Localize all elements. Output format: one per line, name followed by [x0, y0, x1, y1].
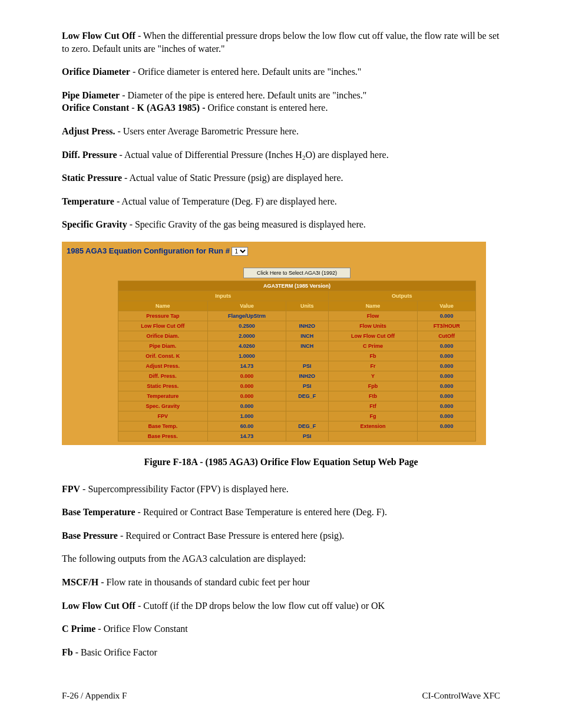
- definition-text: - Actual value of Temperature (Deg. F) a…: [114, 196, 337, 206]
- term: Temperature: [62, 196, 114, 206]
- table-cell: Orifice Diam.: [118, 331, 208, 341]
- term: Base Pressure: [62, 531, 118, 541]
- table-cell: 0.000: [418, 421, 476, 431]
- table-cell: 0.000: [418, 411, 476, 421]
- table-cell: DEG_F: [286, 391, 328, 401]
- figure-title: 1985 AGA3 Equation Configuration for Run…: [62, 244, 486, 266]
- table-cell: Low Flow Cut Off: [328, 331, 418, 341]
- term: Adjust Press.: [62, 126, 115, 136]
- definition-text: - Required or Contract Base Pressure is …: [118, 531, 344, 541]
- term: Orifice Diameter: [62, 67, 130, 77]
- table-cell: [328, 431, 418, 441]
- page-footer: F-26 / Appendix F CI-ControlWave XFC: [62, 691, 500, 701]
- table-cell: 1.0000: [207, 351, 286, 361]
- table-cell: 0.000: [418, 381, 476, 391]
- table-cell: 0.000: [418, 311, 476, 321]
- table-cell: Base Press.: [118, 431, 208, 441]
- body-text: Low Flow Cut Off - When the differential…: [62, 29, 500, 231]
- footer-left: F-26 / Appendix F: [62, 691, 127, 701]
- term: Low Flow Cut Off: [62, 31, 135, 41]
- definition-text: - Cutoff (if the DP drops below the low …: [135, 601, 385, 611]
- term: Fb: [62, 647, 73, 657]
- table-cell: Static Press.: [118, 381, 208, 391]
- definition-text: - Orifice diameter is entered here. Defa…: [130, 67, 361, 77]
- text-orifice-constant: Orifice constant is entered here.: [208, 103, 328, 113]
- col-name: Name: [118, 301, 208, 311]
- term: Base Temperature: [62, 507, 135, 517]
- table-cell: [286, 351, 328, 361]
- definition-text: - Basic Orifice Factor: [73, 647, 157, 657]
- table-cell: 0.000: [418, 341, 476, 351]
- table-cell: INH2O: [286, 321, 328, 331]
- table-cell: Pressure Tap: [118, 311, 208, 321]
- outputs-header: Outputs: [328, 291, 475, 301]
- outro-text: The following outputs from the AGA3 calc…: [62, 552, 500, 565]
- col-name-out: Name: [328, 301, 418, 311]
- term: FPV: [62, 484, 80, 494]
- table-cell: [286, 311, 328, 321]
- table-cell: Extension: [328, 421, 418, 431]
- config-table: AGA3TERM (1985 Version) Inputs Outputs N…: [118, 281, 476, 442]
- figure-screenshot: 1985 AGA3 Equation Configuration for Run…: [62, 242, 486, 445]
- definition-text: - Users enter Average Barometric Pressur…: [115, 126, 299, 136]
- table-cell: Temperature: [118, 391, 208, 401]
- table-cell: CutOff: [418, 331, 476, 341]
- definition-text: - Supercompressibility Factor (FPV) is d…: [80, 484, 289, 494]
- table-cell: PSI: [286, 381, 328, 391]
- table-cell: [286, 411, 328, 421]
- table-cell: Ftf: [328, 401, 418, 411]
- term: MSCF/H: [62, 577, 98, 587]
- table-cell: 0.000: [418, 371, 476, 381]
- table-cell: Fr: [328, 361, 418, 371]
- table-cell: 1.000: [207, 411, 286, 421]
- version-header: AGA3TERM (1985 Version): [118, 281, 476, 291]
- definition-text: - Actual value of Static Pressure (psig)…: [122, 173, 343, 183]
- table-cell: Ftb: [328, 391, 418, 401]
- table-cell: INCH: [286, 341, 328, 351]
- definition-text: - Specific Gravity of the gas being meas…: [127, 219, 366, 229]
- figure-caption: Figure F-18A - (1985 AGA3) Orifice Flow …: [62, 456, 500, 469]
- table-cell: PSI: [286, 431, 328, 441]
- table-cell: Orif. Const. K: [118, 351, 208, 361]
- table-cell: Spec. Gravity: [118, 401, 208, 411]
- definition-text: - Required or Contract Base Temperature …: [135, 507, 387, 517]
- table-cell: 0.000: [207, 391, 286, 401]
- table-cell: 60.00: [207, 421, 286, 431]
- term: Low Flow Cut Off: [62, 601, 135, 611]
- table-cell: Low Flow Cut Off: [118, 321, 208, 331]
- table-cell: 0.000: [418, 391, 476, 401]
- table-cell: Fpb: [328, 381, 418, 391]
- term: Static Pressure: [62, 173, 122, 183]
- term-orifice-constant: Orifice Constant: [62, 103, 129, 113]
- select-aga3i-button[interactable]: Click Here to Select AGA3I (1992): [243, 268, 351, 278]
- inputs-header: Inputs: [118, 291, 329, 301]
- col-value-out: Value: [418, 301, 476, 311]
- table-cell: 2.0000: [207, 331, 286, 341]
- table-cell: 0.000: [418, 361, 476, 371]
- term: C Prime: [62, 624, 95, 634]
- table-cell: [286, 401, 328, 411]
- term-pipe-diameter: Pipe Diameter: [62, 90, 120, 100]
- table-cell: INCH: [286, 331, 328, 341]
- col-value: Value: [207, 301, 286, 311]
- text-pipe-diameter: - Diameter of the pipe is entered here. …: [120, 90, 366, 100]
- table-cell: 0.000: [418, 401, 476, 411]
- table-cell: 0.2500: [207, 321, 286, 331]
- term: Specific Gravity: [62, 219, 127, 229]
- table-cell: Diff. Press.: [118, 371, 208, 381]
- table-cell: Flow: [328, 311, 418, 321]
- definition-text: - Flow rate in thousands of standard cub…: [98, 577, 310, 587]
- table-cell: Base Temp.: [118, 421, 208, 431]
- table-cell: Flange/UpStrm: [207, 311, 286, 321]
- table-cell: FT3/HOUR: [418, 321, 476, 331]
- run-select[interactable]: 1: [232, 247, 248, 256]
- table-cell: [418, 431, 476, 441]
- table-cell: 14.73: [207, 361, 286, 371]
- term-k-aga3: K (AGA3 1985) -: [137, 103, 208, 113]
- definition-text: - Orifice Flow Constant: [95, 624, 187, 634]
- table-cell: 0.000: [418, 351, 476, 361]
- table-cell: INH2O: [286, 371, 328, 381]
- table-cell: 4.0260: [207, 341, 286, 351]
- table-cell: Pipe Diam.: [118, 341, 208, 351]
- table-cell: Adjust Press.: [118, 361, 208, 371]
